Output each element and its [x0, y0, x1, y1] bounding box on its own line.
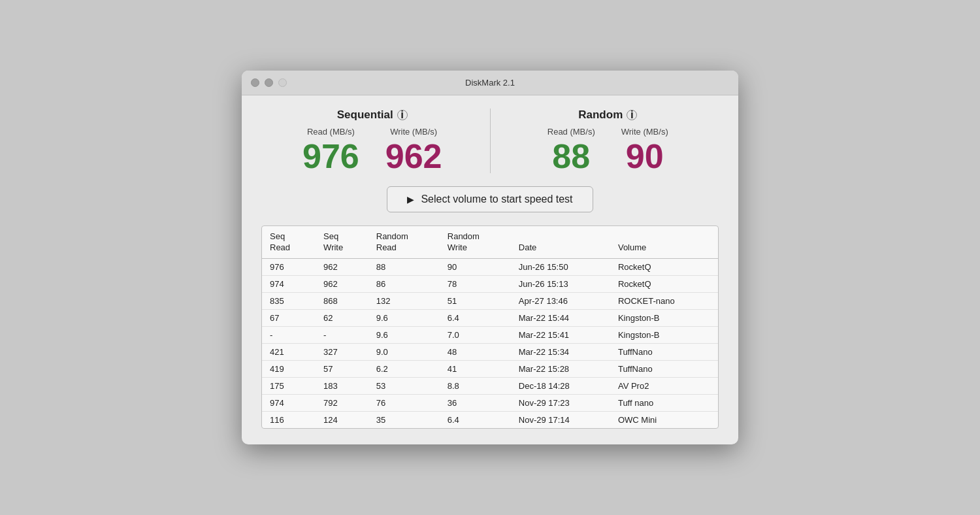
table-row: 974 792 76 36 Nov-29 17:23 Tuff nano	[262, 395, 718, 412]
cell-seq-write: 868	[316, 293, 368, 310]
table-row: 116 124 35 6.4 Nov-29 17:14 OWC Mini	[262, 412, 718, 429]
cell-volume: TuffNano	[610, 361, 718, 378]
cell-seq-write: 962	[316, 276, 368, 293]
cell-seq-write: 62	[316, 310, 368, 327]
cell-seq-read: 421	[262, 344, 316, 361]
cell-seq-read: 974	[262, 276, 316, 293]
cell-seq-write: 792	[316, 395, 368, 412]
cell-rand-read: 9.6	[368, 327, 440, 344]
table-body: 976 962 88 90 Jun-26 15:50 RocketQ 974 9…	[262, 259, 718, 429]
play-icon: ▶	[407, 194, 414, 205]
cell-seq-read: 835	[262, 293, 316, 310]
cell-rand-write: 36	[440, 395, 511, 412]
cell-seq-write: 124	[316, 412, 368, 429]
app-window: DiskMark 2.1 Sequential i Read (MB/s) 97…	[242, 71, 738, 445]
cell-rand-read: 132	[368, 293, 440, 310]
stats-header: Sequential i Read (MB/s) 976 Write (MB/s…	[261, 108, 719, 173]
random-section: Random i Read (MB/s) 88 Write (MB/s) 90	[497, 108, 719, 173]
random-title-row: Random i	[578, 108, 637, 122]
cell-date: Mar-22 15:28	[511, 361, 610, 378]
cell-date: Mar-22 15:41	[511, 327, 610, 344]
cell-rand-write: 51	[440, 293, 511, 310]
random-label: Random	[578, 108, 623, 122]
cell-rand-write: 41	[440, 361, 511, 378]
rand-read-value: 88	[552, 139, 590, 173]
cell-volume: TuffNano	[610, 344, 718, 361]
minimize-button[interactable]	[265, 78, 273, 87]
cell-seq-write: 57	[316, 361, 368, 378]
close-button[interactable]	[251, 78, 259, 87]
rand-read-col: Read (MB/s) 88	[547, 127, 595, 173]
cell-volume: RocketQ	[610, 259, 718, 276]
sequential-info-icon[interactable]: i	[397, 110, 408, 120]
col-header-seq-read: SeqRead	[262, 226, 316, 259]
start-speed-test-button[interactable]: ▶ Select volume to start speed test	[387, 186, 593, 212]
cell-date: Apr-27 13:46	[511, 293, 610, 310]
seq-read-label: Read (MB/s)	[307, 127, 355, 137]
seq-write-label: Write (MB/s)	[390, 127, 437, 137]
rand-write-value: 90	[626, 139, 664, 173]
cell-seq-read: 67	[262, 310, 316, 327]
stats-divider	[490, 108, 491, 173]
table-row: 419 57 6.2 41 Mar-22 15:28 TuffNano	[262, 361, 718, 378]
cell-date: Jun-26 15:50	[511, 259, 610, 276]
cell-volume: AV Pro2	[610, 378, 718, 395]
seq-read-col: Read (MB/s) 976	[302, 127, 359, 173]
cell-rand-read: 88	[368, 259, 440, 276]
rand-read-label: Read (MB/s)	[547, 127, 595, 137]
col-header-volume: Volume	[610, 226, 718, 259]
table-row: 976 962 88 90 Jun-26 15:50 RocketQ	[262, 259, 718, 276]
cell-date: Nov-29 17:23	[511, 395, 610, 412]
sequential-section: Sequential i Read (MB/s) 976 Write (MB/s…	[261, 108, 483, 173]
col-header-rand-read: RandomRead	[368, 226, 440, 259]
sequential-cols: Read (MB/s) 976 Write (MB/s) 962	[302, 127, 442, 173]
cell-rand-write: 7.0	[440, 327, 511, 344]
cell-date: Jun-26 15:13	[511, 276, 610, 293]
results-table-wrap: SeqRead SeqWrite RandomRead RandomWrite …	[261, 225, 719, 429]
cell-date: Dec-18 14:28	[511, 378, 610, 395]
cell-date: Mar-22 15:44	[511, 310, 610, 327]
col-header-seq-write: SeqWrite	[316, 226, 368, 259]
random-info-icon[interactable]: i	[627, 110, 637, 120]
table-row: 835 868 132 51 Apr-27 13:46 ROCKET-nano	[262, 293, 718, 310]
cell-rand-write: 90	[440, 259, 511, 276]
table-row: - - 9.6 7.0 Mar-22 15:41 Kingston-B	[262, 327, 718, 344]
table-row: 67 62 9.6 6.4 Mar-22 15:44 Kingston-B	[262, 310, 718, 327]
title-bar: DiskMark 2.1	[242, 71, 738, 95]
cell-rand-write: 6.4	[440, 310, 511, 327]
table-header: SeqRead SeqWrite RandomRead RandomWrite …	[262, 226, 718, 259]
cell-rand-read: 9.0	[368, 344, 440, 361]
cell-rand-read: 6.2	[368, 361, 440, 378]
sequential-title-row: Sequential i	[337, 108, 408, 122]
col-header-date: Date	[511, 226, 610, 259]
table-row: 421 327 9.0 48 Mar-22 15:34 TuffNano	[262, 344, 718, 361]
start-button-wrap: ▶ Select volume to start speed test	[261, 186, 719, 212]
cell-seq-read: 974	[262, 395, 316, 412]
cell-rand-write: 8.8	[440, 378, 511, 395]
cell-date: Mar-22 15:34	[511, 344, 610, 361]
cell-rand-read: 35	[368, 412, 440, 429]
maximize-button[interactable]	[278, 78, 287, 87]
results-table: SeqRead SeqWrite RandomRead RandomWrite …	[262, 226, 718, 429]
cell-seq-write: -	[316, 327, 368, 344]
seq-write-col: Write (MB/s) 962	[385, 127, 442, 173]
start-button-label: Select volume to start speed test	[421, 193, 572, 205]
cell-date: Nov-29 17:14	[511, 412, 610, 429]
cell-rand-read: 9.6	[368, 310, 440, 327]
rand-write-label: Write (MB/s)	[621, 127, 668, 137]
cell-seq-write: 962	[316, 259, 368, 276]
cell-volume: Tuff nano	[610, 395, 718, 412]
cell-volume: Kingston-B	[610, 327, 718, 344]
window-title: DiskMark 2.1	[465, 78, 515, 88]
cell-rand-write: 6.4	[440, 412, 511, 429]
table-header-row: SeqRead SeqWrite RandomRead RandomWrite …	[262, 226, 718, 259]
traffic-lights	[251, 78, 287, 87]
col-header-rand-write: RandomWrite	[440, 226, 511, 259]
rand-write-col: Write (MB/s) 90	[621, 127, 668, 173]
cell-rand-read: 86	[368, 276, 440, 293]
cell-seq-read: 175	[262, 378, 316, 395]
random-cols: Read (MB/s) 88 Write (MB/s) 90	[547, 127, 668, 173]
cell-seq-read: 976	[262, 259, 316, 276]
table-row: 974 962 86 78 Jun-26 15:13 RocketQ	[262, 276, 718, 293]
cell-seq-read: 116	[262, 412, 316, 429]
